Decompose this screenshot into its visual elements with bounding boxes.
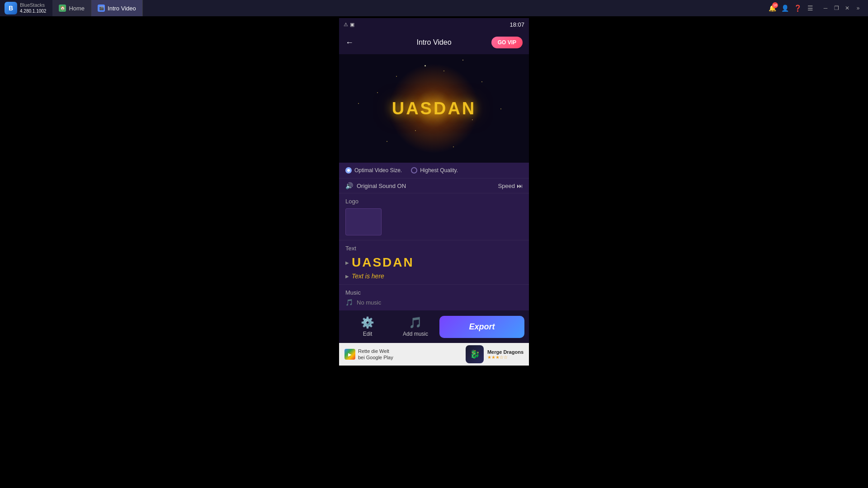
home-tab-label: Home <box>69 5 85 12</box>
speed-icon: ⏭ <box>517 183 523 189</box>
ad-text: Rette die Welt bei Google Play <box>358 348 393 361</box>
music-section: Music 🎵 No music <box>339 285 529 310</box>
radio-inner <box>347 169 350 172</box>
music-add-icon: 🎵 <box>409 316 422 329</box>
app-title: Intro Video <box>416 38 451 47</box>
status-time: 18:07 <box>509 21 524 28</box>
intro-video-tab-icon: 🎬 <box>98 5 105 12</box>
bottom-toolbar: ⚙️ Edit 🎵 Add music Export <box>339 310 529 343</box>
game-icon: 🐉 <box>466 345 484 363</box>
expand-button[interactable]: » <box>854 4 863 13</box>
optimal-radio <box>345 167 352 174</box>
highest-radio <box>411 167 417 174</box>
music-section-label: Music <box>345 289 523 296</box>
taskbar: B BlueStacks 4.280.1.1002 🏠 Home 🎬 Intro… <box>0 0 868 16</box>
logo-section: Logo <box>339 193 529 240</box>
sound-icon: 🔊 <box>345 182 353 189</box>
sound-label: Original Sound ON <box>357 183 406 189</box>
tab-home[interactable]: 🏠 Home <box>52 0 91 16</box>
primary-text-arrow: ▶ <box>345 260 349 265</box>
taskbar-tabs: 🏠 Home 🎬 Intro Video <box>52 0 142 16</box>
highest-quality-label: Highest Quality. <box>420 167 458 174</box>
account-icon[interactable]: 👤 <box>780 4 789 13</box>
game-stars: ★★★☆☆ <box>487 355 524 360</box>
app-header: ← Intro Video GO VIP <box>339 31 529 54</box>
sound-row: 🔊 Original Sound ON Speed ⏭ <box>339 178 529 193</box>
export-button[interactable]: Export <box>439 316 524 338</box>
edit-icon: ⚙️ <box>361 316 374 329</box>
video-preview-text: UASDAN <box>392 99 476 118</box>
video-preview: UASDAN <box>339 54 529 163</box>
secondary-text-value[interactable]: Text is here <box>352 272 384 280</box>
add-music-label: Add music <box>403 331 428 337</box>
primary-text-row: ▶ UASDAN <box>345 255 523 270</box>
main-area: ⚠ ▣ 18:07 ← Intro Video GO VIP <box>0 16 868 488</box>
google-play-icon: ▶ <box>344 349 355 360</box>
taskbar-right-area: 🔔 16 👤 ❓ ☰ ─ ❐ ✕ » <box>768 4 868 13</box>
text-section-label: Text <box>345 245 523 252</box>
restore-button[interactable]: ❐ <box>832 4 841 13</box>
status-bar: ⚠ ▣ 18:07 <box>339 18 529 31</box>
controls-panel: Optimal Video Size. Highest Quality. 🔊 O… <box>339 163 529 310</box>
back-button[interactable]: ← <box>345 38 354 47</box>
speed-button[interactable]: Speed ⏭ <box>498 183 523 189</box>
music-note-icon: 🎵 <box>345 299 353 306</box>
optimal-size-option[interactable]: Optimal Video Size. <box>345 167 402 174</box>
add-music-button[interactable]: 🎵 Add music <box>392 313 439 341</box>
secondary-text-arrow: ▶ <box>345 274 349 279</box>
edit-label: Edit <box>363 331 373 337</box>
warning-icon: ⚠ <box>344 22 348 28</box>
bluestacks-icon: B <box>5 2 17 14</box>
notification-bell-icon[interactable]: 🔔 16 <box>768 4 777 13</box>
status-icons: ⚠ ▣ <box>344 22 354 28</box>
ad-game[interactable]: 🐉 Merge Dragons ★★★☆☆ <box>466 345 524 363</box>
close-button[interactable]: ✕ <box>843 4 852 13</box>
battery-icon: ▣ <box>350 22 354 28</box>
logo-placeholder[interactable] <box>345 208 382 235</box>
game-info: Merge Dragons ★★★☆☆ <box>487 349 524 360</box>
go-vip-button[interactable]: GO VIP <box>491 37 523 48</box>
tab-intro-video[interactable]: 🎬 Intro Video <box>91 0 143 16</box>
text-section: Text ▶ UASDAN ▶ Text is here <box>339 240 529 285</box>
game-title: Merge Dragons <box>487 349 524 355</box>
music-status: No music <box>357 299 381 306</box>
app-container: ⚠ ▣ 18:07 ← Intro Video GO VIP <box>339 18 529 488</box>
sound-left: 🔊 Original Sound ON <box>345 182 406 189</box>
music-info: 🎵 No music <box>345 299 523 306</box>
logo-label: Logo <box>345 198 523 205</box>
quality-row: Optimal Video Size. Highest Quality. <box>339 163 529 178</box>
speed-label: Speed <box>498 183 515 189</box>
google-play-ad[interactable]: ▶ Rette die Welt bei Google Play <box>344 348 461 361</box>
minimize-button[interactable]: ─ <box>821 4 830 13</box>
help-icon[interactable]: ❓ <box>793 4 802 13</box>
notification-badge: 16 <box>772 2 778 8</box>
intro-video-tab-label: Intro Video <box>108 5 136 12</box>
ad-banner: ▶ Rette die Welt bei Google Play 🐉 Merge… <box>339 343 529 366</box>
edit-button[interactable]: ⚙️ Edit <box>344 313 392 341</box>
ad-tagline3: bei Google Play <box>358 354 393 361</box>
optimal-size-label: Optimal Video Size. <box>354 167 402 174</box>
bluestacks-text: BlueStacks 4.280.1.1002 <box>20 2 46 14</box>
menu-icon[interactable]: ☰ <box>806 4 815 13</box>
secondary-text-row: ▶ Text is here <box>345 272 523 280</box>
highest-quality-option[interactable]: Highest Quality. <box>411 167 458 174</box>
home-tab-icon: 🏠 <box>59 5 66 12</box>
window-controls: ─ ❐ ✕ » <box>821 4 863 13</box>
primary-text-value[interactable]: UASDAN <box>352 255 414 270</box>
ad-tagline1: Rette die Welt <box>358 348 393 354</box>
bluestacks-logo: B BlueStacks 4.280.1.1002 <box>0 2 51 14</box>
